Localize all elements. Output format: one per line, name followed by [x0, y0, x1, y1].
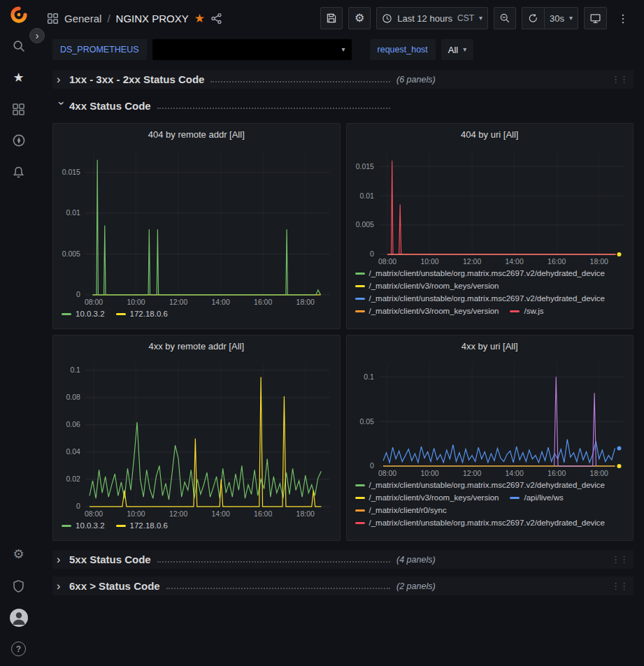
panel-header-menu[interactable]: 404 by remote addr [All] — [53, 124, 340, 145]
sidebar-expand-button[interactable]: › — [29, 28, 45, 43]
row-5xx-status-code[interactable]: › 5xx Status Code (4 panels) ⋮⋮ — [52, 550, 634, 569]
panel-header-menu[interactable]: 4xx by uri [All] — [347, 335, 634, 356]
dashboards-icon[interactable] — [10, 101, 27, 117]
variable-request-host-select[interactable]: All ▾ — [441, 39, 473, 60]
timeseries-chart[interactable]: 08:0010:0012:0014:0016:0018:0000.050.1 — [347, 356, 634, 479]
legend-item[interactable]: /_matrix/client/unstable/org.matrix.msc2… — [355, 294, 606, 303]
legend-item[interactable]: /api/live/ws — [510, 493, 563, 502]
legend-item[interactable]: /sw.js — [510, 307, 543, 315]
time-range-picker[interactable]: Last 12 hours CST ▾ — [376, 7, 488, 29]
variables-bar: DS_PROMETHEUS ▾ request_host All ▾ — [37, 36, 644, 67]
chevron-down-icon: ▾ — [479, 15, 482, 22]
variable-datasource-select[interactable]: ▾ — [152, 39, 352, 60]
chevron-down-icon: › — [56, 101, 67, 111]
help-icon[interactable]: ? — [11, 642, 26, 656]
svg-text:12:00: 12:00 — [463, 258, 481, 266]
panel-header-menu[interactable]: 4xx by remote addr [All] — [53, 335, 340, 356]
grafana-app: › ★ ⚙ — [0, 0, 644, 666]
legend-item[interactable]: 10.0.3.2 — [62, 521, 105, 530]
server-admin-shield-icon[interactable] — [10, 577, 27, 594]
timeseries-chart[interactable]: 08:0010:0012:0014:0016:0018:0000.0050.01… — [347, 145, 634, 267]
panel-header-menu[interactable]: 404 by uri [All] — [347, 124, 634, 145]
legend-series-label: 10.0.3.2 — [76, 521, 105, 530]
panel-legend: 10.0.3.2172.18.0.6 — [53, 519, 340, 540]
legend-item[interactable]: /_matrix/client/v3/room_keys/version — [355, 307, 499, 315]
starred-dashboards-icon[interactable]: ★ — [10, 69, 27, 86]
variable-request-host-value: All — [448, 45, 458, 55]
svg-text:16:00: 16:00 — [254, 510, 272, 518]
refresh-button[interactable] — [522, 7, 544, 29]
drag-handle-icon[interactable]: ⋮⋮ — [611, 74, 628, 85]
row-4xx-status-code[interactable]: › 4xx Status Code — [52, 96, 634, 115]
dashboard-title[interactable]: NGINX PROXY — [116, 13, 189, 24]
legend-item[interactable]: /_matrix/client/v3/room_keys/version — [355, 282, 499, 290]
panel-legend: /_matrix/client/unstable/org.matrix.msc2… — [347, 267, 634, 328]
svg-text:0.01: 0.01 — [359, 192, 374, 200]
svg-text:08:00: 08:00 — [85, 298, 103, 306]
dotted-leader — [157, 556, 390, 563]
legend-series-swatch — [510, 310, 520, 312]
timezone-label: CST — [457, 13, 474, 23]
svg-text:0.005: 0.005 — [355, 221, 373, 229]
favorite-star-icon[interactable]: ★ — [194, 11, 205, 26]
legend-item[interactable]: 172.18.0.6 — [116, 521, 168, 530]
variable-request-host-label[interactable]: request_host — [370, 39, 436, 60]
tv-mode-button[interactable] — [584, 7, 607, 29]
panel-legend: /_matrix/client/unstable/org.matrix.msc2… — [347, 479, 634, 540]
svg-text:14:00: 14:00 — [212, 298, 230, 306]
svg-text:18:00: 18:00 — [296, 510, 315, 518]
legend-series-label: /_matrix/client/unstable/org.matrix.msc2… — [369, 481, 606, 489]
apps-grid-icon[interactable] — [47, 13, 59, 24]
breadcrumb: General / NGINX PROXY ★ — [47, 11, 222, 26]
svg-text:0: 0 — [370, 250, 374, 258]
legend-item[interactable]: /_matrix/client/unstable/org.matrix.msc2… — [355, 269, 606, 277]
zoom-out-button[interactable] — [494, 7, 516, 29]
grafana-logo-icon[interactable] — [10, 6, 27, 23]
legend-item[interactable]: /_matrix/client/r0/sync — [355, 506, 447, 514]
breadcrumb-folder[interactable]: General — [64, 13, 101, 24]
chevron-down-icon: ▾ — [463, 46, 466, 53]
timeseries-chart[interactable]: 08:0010:0012:0014:0016:0018:0000.0050.01… — [53, 145, 340, 307]
svg-text:14:00: 14:00 — [505, 258, 523, 266]
svg-text:10:00: 10:00 — [420, 470, 438, 477]
svg-text:0.015: 0.015 — [62, 168, 80, 176]
chevron-right-icon: › — [57, 554, 66, 565]
legend-series-swatch — [116, 313, 126, 315]
refresh-interval-dropdown[interactable]: 30s ▾ — [544, 7, 578, 29]
legend-item[interactable]: /_matrix/client/unstable/org.matrix.msc2… — [355, 481, 606, 489]
search-icon[interactable] — [10, 38, 27, 55]
dashboard-settings-button[interactable]: ⚙ — [348, 7, 371, 29]
configuration-gear-icon[interactable]: ⚙ — [10, 546, 27, 563]
variable-datasource-label[interactable]: DS_PROMETHEUS — [52, 39, 147, 60]
svg-text:0: 0 — [76, 502, 80, 510]
explore-compass-icon[interactable] — [10, 132, 27, 149]
panel-title: 404 by remote addr [All] — [148, 129, 245, 140]
legend-series-swatch — [62, 313, 71, 315]
share-icon[interactable] — [210, 13, 222, 24]
breadcrumb-separator: / — [107, 13, 110, 24]
drag-handle-icon[interactable]: ⋮⋮ — [611, 581, 628, 591]
legend-item[interactable]: 10.0.3.2 — [62, 310, 105, 318]
legend-series-swatch — [355, 273, 365, 275]
legend-item[interactable]: /_matrix/client/v3/room_keys/version — [355, 493, 499, 502]
row-1xx-3xx-2xx-status-code[interactable]: › 1xx - 3xx - 2xx Status Code (6 panels)… — [52, 70, 634, 89]
legend-item[interactable]: 172.18.0.6 — [116, 310, 168, 318]
legend-item[interactable]: /_matrix/client/unstable/org.matrix.msc2… — [355, 519, 606, 527]
dotted-leader — [157, 103, 390, 109]
svg-text:08:00: 08:00 — [378, 258, 396, 266]
legend-series-swatch — [355, 497, 365, 499]
save-dashboard-button[interactable] — [320, 7, 343, 29]
toolbar-actions: ⚙ Last 12 hours CST ▾ — [320, 7, 634, 29]
svg-text:16:00: 16:00 — [548, 258, 566, 266]
panel-legend: 10.0.3.2172.18.0.6 — [53, 307, 340, 328]
timeseries-chart[interactable]: 08:0010:0012:0014:0016:0018:0000.020.040… — [53, 356, 340, 519]
legend-series-swatch — [355, 509, 365, 512]
user-avatar[interactable] — [10, 609, 28, 627]
row-6xx-status-code[interactable]: › 6xx > Status Code (2 panels) ⋮⋮ — [52, 577, 634, 595]
svg-text:0.005: 0.005 — [62, 250, 80, 258]
svg-text:0.01: 0.01 — [66, 209, 81, 217]
drag-handle-icon[interactable]: ⋮⋮ — [611, 554, 628, 565]
more-options-kebab-icon[interactable]: ⋮ — [613, 7, 634, 29]
legend-series-swatch — [355, 298, 365, 300]
alerting-bell-icon[interactable] — [10, 164, 27, 180]
